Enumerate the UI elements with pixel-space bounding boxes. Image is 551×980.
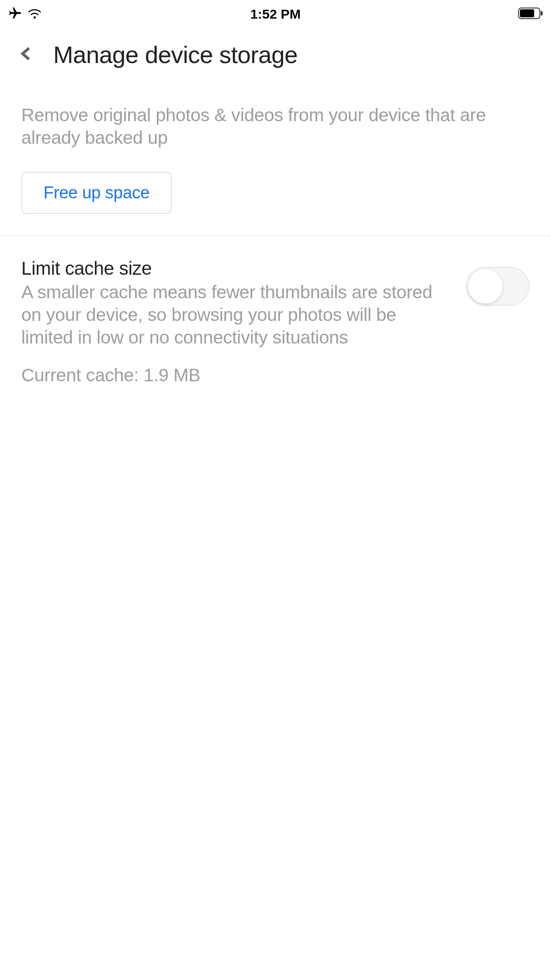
cache-current-value: Current cache: 1.9 MB <box>21 365 448 386</box>
free-up-space-section: Remove original photos & videos from you… <box>0 86 551 236</box>
status-left-icons <box>8 6 42 22</box>
page-header: Manage device storage <box>0 27 551 86</box>
limit-cache-section: Limit cache size A smaller cache means f… <box>0 236 551 407</box>
cache-description: A smaller cache means fewer thumbnails a… <box>21 281 448 349</box>
page-title: Manage device storage <box>53 41 298 68</box>
cache-title: Limit cache size <box>21 258 448 279</box>
status-bar: 1:52 PM <box>0 0 551 27</box>
free-up-space-button[interactable]: Free up space <box>21 172 172 214</box>
back-icon[interactable] <box>18 43 35 66</box>
status-time: 1:52 PM <box>250 7 300 22</box>
svg-rect-1 <box>520 9 534 17</box>
free-up-description: Remove original photos & videos from you… <box>21 104 530 150</box>
airplane-mode-icon <box>8 6 22 22</box>
toggle-knob <box>468 269 503 304</box>
battery-icon <box>518 8 543 21</box>
wifi-icon <box>28 8 42 21</box>
svg-rect-2 <box>541 11 543 16</box>
cache-content: Limit cache size A smaller cache means f… <box>21 258 448 386</box>
status-right-icons <box>518 8 543 21</box>
limit-cache-toggle[interactable] <box>466 267 530 306</box>
